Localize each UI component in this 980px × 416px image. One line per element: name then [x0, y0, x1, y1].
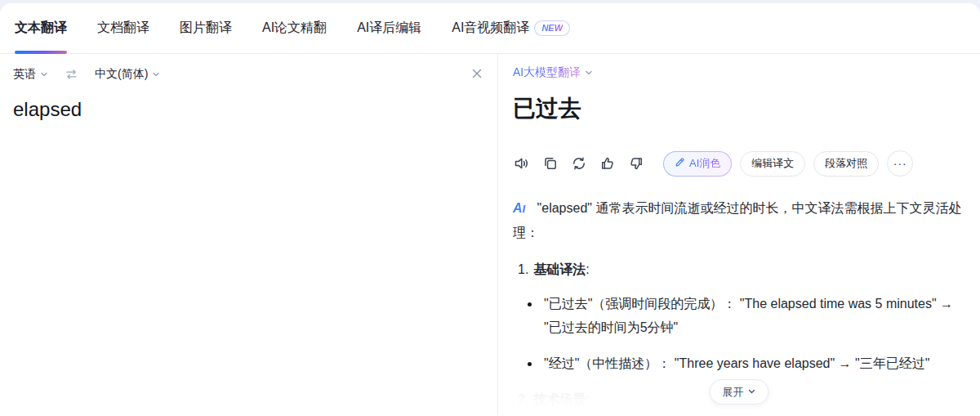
- translator-app: 文本翻译 文档翻译 图片翻译 AI论文精翻 AI译后编辑 AI音视频翻译 NEW…: [0, 3, 980, 416]
- thumbs-up-icon[interactable]: [599, 155, 616, 172]
- pen-icon: [675, 157, 685, 170]
- tab-label: 文档翻译: [97, 20, 149, 37]
- bullet-list: "已过去"（强调时间段的完成）： "The elapsed time was 5…: [518, 292, 974, 376]
- tab-label: 图片翻译: [180, 20, 232, 37]
- clear-input-button[interactable]: [471, 68, 483, 82]
- top-nav: 文本翻译 文档翻译 图片翻译 AI论文精翻 AI译后编辑 AI音视频翻译 NEW: [0, 3, 980, 54]
- copy-icon[interactable]: [542, 155, 559, 172]
- result-panel: AI大模型翻译 已过去: [498, 54, 980, 415]
- explanation-intro: Aı✦"elapsed" 通常表示时间流逝或经过的时长，中文译法需根据上下文灵活…: [513, 196, 974, 244]
- source-panel: 英语 中文(简体): [0, 54, 498, 415]
- tab-label: 文本翻译: [15, 20, 67, 37]
- paragraph-compare-button[interactable]: 段落对照: [813, 151, 879, 177]
- tab-text-translate[interactable]: 文本翻译: [15, 3, 67, 54]
- ai-polish-button[interactable]: AI润色: [663, 151, 732, 177]
- model-label: AI大模型翻译: [513, 65, 581, 80]
- bullet-item: "已过去"（强调时间段的完成）： "The elapsed time was 5…: [541, 292, 974, 340]
- more-actions-button[interactable]: ···: [887, 150, 913, 177]
- paragraph-compare-label: 段落对照: [825, 156, 867, 171]
- model-select[interactable]: AI大模型翻译: [513, 65, 593, 80]
- tab-ai-post-edit[interactable]: AI译后编辑: [357, 3, 421, 54]
- tab-label: AI音视频翻译: [452, 20, 529, 37]
- tab-label: AI论文精翻: [262, 20, 327, 37]
- bullet-item: "经过"（中性描述）： "Three years have elapsed" →…: [541, 351, 974, 376]
- expand-button[interactable]: 展开: [710, 379, 769, 405]
- translation-result: 已过去: [513, 93, 965, 124]
- tab-ai-audio-video-translate[interactable]: AI音视频翻译 NEW: [452, 3, 570, 54]
- chevron-down-icon: [152, 68, 160, 81]
- chevron-down-icon: [748, 386, 756, 398]
- speaker-icon[interactable]: [513, 155, 530, 172]
- list-item: 1. 基础译法:: [518, 257, 974, 282]
- expand-label: 展开: [723, 385, 744, 400]
- chevron-down-icon: [40, 68, 48, 81]
- ai-sparkle-icon: Aı✦: [513, 201, 532, 215]
- source-language-select[interactable]: 英语: [13, 67, 48, 82]
- tab-label: AI译后编辑: [357, 20, 421, 37]
- source-text-input[interactable]: elapsed: [13, 98, 484, 121]
- edit-translation-label: 编辑译文: [751, 156, 794, 171]
- result-toolbar: AI润色 编辑译文 段落对照 ···: [513, 150, 965, 177]
- tab-image-translate[interactable]: 图片翻译: [180, 3, 232, 54]
- source-language-label: 英语: [13, 67, 36, 82]
- target-language-label: 中文(简体): [95, 67, 148, 82]
- swap-languages-icon[interactable]: [65, 68, 78, 81]
- ai-polish-label: AI润色: [689, 156, 720, 171]
- thumbs-down-icon[interactable]: [628, 155, 644, 172]
- edit-translation-button[interactable]: 编辑译文: [740, 151, 805, 177]
- target-language-select[interactable]: 中文(简体): [95, 67, 160, 82]
- retranslate-icon[interactable]: [571, 155, 587, 172]
- tab-ai-paper-translate[interactable]: AI论文精翻: [262, 3, 327, 54]
- new-badge: NEW: [534, 20, 570, 36]
- main-content: 英语 中文(简体): [0, 54, 980, 415]
- tab-document-translate[interactable]: 文档翻译: [97, 3, 149, 54]
- chevron-down-icon: [585, 65, 593, 80]
- language-bar: 英语 中文(简体): [0, 54, 497, 82]
- close-icon: [471, 68, 483, 82]
